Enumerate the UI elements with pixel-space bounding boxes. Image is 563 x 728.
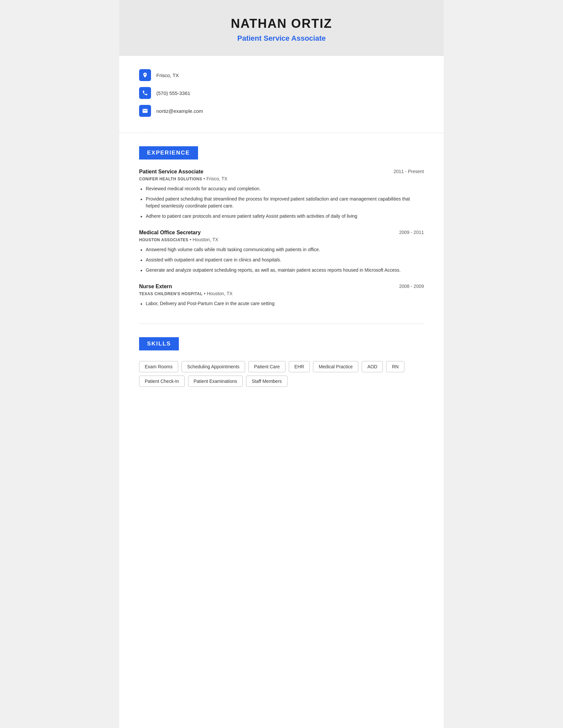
bullet-2-3: Generate and analyze outpatient scheduli… xyxy=(139,267,424,274)
skill-tag-2: Patient Care xyxy=(248,361,286,372)
job-company-1: Conifer Health Solutions • Frisco, TX xyxy=(139,176,424,181)
company-name-2: HOUSTON ASSOCIATES xyxy=(139,238,188,242)
company-location-1: Frisco, TX xyxy=(206,176,227,181)
job-header-1: Patient Service Associate 2011 - Present xyxy=(139,169,424,175)
company-name-3: Texas Children's Hospital xyxy=(139,292,203,296)
skills-label: SKILLS xyxy=(139,337,179,350)
job-bullets-2: Answered high volume calls while multi t… xyxy=(139,246,424,274)
experience-label: EXPERIENCE xyxy=(139,146,198,159)
phone-icon xyxy=(139,87,151,99)
company-location-2: Houston, TX xyxy=(192,237,218,242)
job-title-3: Nurse Extern xyxy=(139,284,172,290)
job-title-1: Patient Service Associate xyxy=(139,169,203,175)
bullet-2-2: Assisted with outpatient and inpatient c… xyxy=(139,256,424,263)
skill-tag-6: RN xyxy=(386,361,404,372)
bullet-3-1: Labor, Delivery and Post-Partum Care in … xyxy=(139,300,424,307)
job-bullets-1: Reviewed medical records for accuracy an… xyxy=(139,185,424,220)
skill-tag-5: AOD xyxy=(362,361,383,372)
contact-section: Frisco, TX (570) 555-3361 nortiz@example… xyxy=(119,56,444,133)
skill-tag-4: Medical Practice xyxy=(313,361,358,372)
company-separator-3: • xyxy=(204,291,207,296)
location-text: Frisco, TX xyxy=(156,72,179,78)
company-separator-1: • xyxy=(203,176,206,181)
contact-location: Frisco, TX xyxy=(139,69,424,81)
job-header-3: Nurse Extern 2008 - 2009 xyxy=(139,284,424,290)
job-company-2: HOUSTON ASSOCIATES • Houston, TX xyxy=(139,237,424,242)
contact-phone: (570) 555-3361 xyxy=(139,87,424,99)
candidate-title: Patient Service Associate xyxy=(139,34,424,43)
skill-tag-3: EHR xyxy=(289,361,310,372)
bullet-1-1: Reviewed medical records for accuracy an… xyxy=(139,185,424,192)
resume-page: NATHAN ORTIZ Patient Service Associate F… xyxy=(119,0,444,728)
experience-section: EXPERIENCE Patient Service Associate 201… xyxy=(119,133,444,324)
bullet-2-1: Answered high volume calls while multi t… xyxy=(139,246,424,253)
email-text: nortiz@example.com xyxy=(156,108,203,114)
bullet-1-2: Provided patient scheduling that streaml… xyxy=(139,196,424,209)
email-icon xyxy=(139,105,151,117)
candidate-name: NATHAN ORTIZ xyxy=(139,17,424,31)
skill-tag-8: Patient Examinations xyxy=(188,376,243,387)
job-dates-1: 2011 - Present xyxy=(394,169,424,174)
job-entry-2: Medical Office Secretary 2009 - 2011 HOU… xyxy=(139,230,424,274)
skill-tag-7: Patient Check-In xyxy=(139,376,185,387)
skill-tag-1: Scheduling Appointments xyxy=(181,361,245,372)
skill-tag-0: Exam Rooms xyxy=(139,361,178,372)
location-icon xyxy=(139,69,151,81)
job-dates-3: 2008 - 2009 xyxy=(399,284,424,289)
skills-grid: Exam Rooms Scheduling Appointments Patie… xyxy=(139,361,424,387)
skill-tag-9: Staff Members xyxy=(246,376,288,387)
contact-email: nortiz@example.com xyxy=(139,105,424,117)
job-bullets-3: Labor, Delivery and Post-Partum Care in … xyxy=(139,300,424,307)
job-title-2: Medical Office Secretary xyxy=(139,230,201,236)
job-dates-2: 2009 - 2011 xyxy=(399,230,424,235)
header-section: NATHAN ORTIZ Patient Service Associate xyxy=(119,0,444,56)
skills-section: SKILLS Exam Rooms Scheduling Appointment… xyxy=(119,324,444,400)
job-entry-1: Patient Service Associate 2011 - Present… xyxy=(139,169,424,220)
job-company-3: Texas Children's Hospital • Houston, TX xyxy=(139,291,424,296)
phone-text: (570) 555-3361 xyxy=(156,90,190,96)
company-name-1: Conifer Health Solutions xyxy=(139,177,202,181)
job-entry-3: Nurse Extern 2008 - 2009 Texas Children'… xyxy=(139,284,424,307)
job-header-2: Medical Office Secretary 2009 - 2011 xyxy=(139,230,424,236)
company-location-3: Houston, TX xyxy=(207,291,233,296)
bullet-1-3: Adhere to patient care protocols and ens… xyxy=(139,213,424,220)
